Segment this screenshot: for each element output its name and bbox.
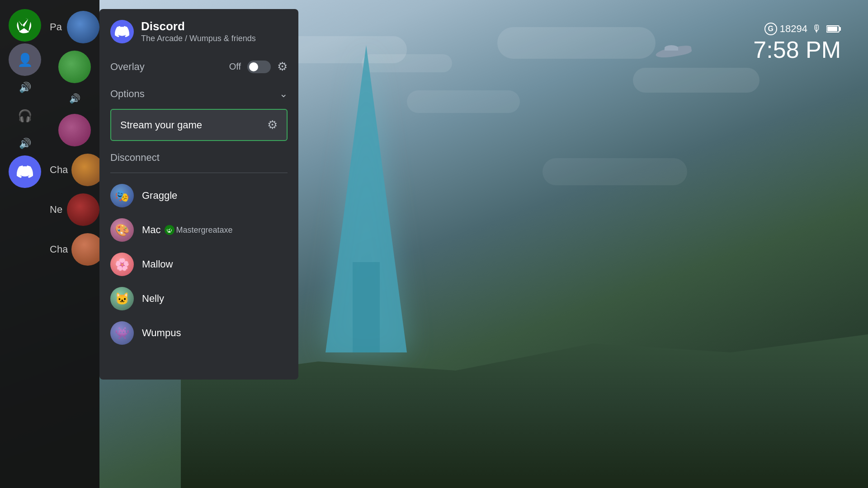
sidebar-item-audio[interactable]: 🎧 (9, 99, 41, 132)
sidebar-avatar-3 (58, 114, 91, 146)
sidebar-row-vol: 🔊 (50, 89, 99, 108)
sidebar-volume-icon: 🔊 (9, 78, 41, 98)
discord-header: Discord The Arcade / Wumpus & friends (99, 9, 298, 52)
overlay-state: Off (229, 61, 241, 72)
spaceship (656, 45, 696, 61)
xbox-icon (15, 16, 34, 35)
svg-rect-1 (827, 27, 837, 31)
battery-icon (826, 25, 841, 33)
member-name-mac: Mac (142, 224, 161, 236)
status-icons: G 18294 🎙 (753, 23, 841, 35)
discord-logo-icon (115, 24, 129, 39)
gamepass-letter-icon: G (764, 23, 777, 35)
sidebar-avatar-2 (58, 51, 91, 83)
member-item-mallow[interactable]: Mallow (110, 247, 288, 282)
member-avatar-wumpus (110, 321, 134, 345)
sidebar-label-cha1: Cha (50, 164, 68, 176)
xbox-small-icon (166, 227, 173, 233)
sidebar-row-pa: Pa (50, 9, 99, 45)
member-xbox-badge-mac: Mastergreataxe (165, 225, 233, 235)
member-info-graggle: Graggle (142, 190, 177, 202)
sidebar-row-cha2: Cha (50, 231, 99, 267)
sidebar-avatar-ne (67, 193, 99, 226)
stream-game-label: Stream your game (120, 119, 202, 131)
member-item-graggle[interactable]: Graggle (110, 178, 288, 213)
overlay-row: Overlay Off ⚙ (110, 52, 288, 81)
gamepass-indicator: G 18294 (764, 23, 807, 35)
stream-game-button[interactable]: Stream your game ⚙ (110, 109, 288, 141)
member-info-wumpus: Wumpus (142, 327, 181, 339)
discord-panel: Discord The Arcade / Wumpus & friends Ov… (99, 9, 298, 380)
member-gamertag-mac: Mastergreataxe (176, 225, 233, 235)
member-avatar-graggle (110, 184, 134, 207)
gamepass-count: 18294 (780, 23, 807, 35)
cloud-3 (497, 27, 656, 59)
sidebar-icon-column: 👤 🔊 🎧 🔊 (0, 0, 50, 488)
sidebar-item-profile[interactable]: 👤 (9, 43, 41, 76)
stream-settings-gear[interactable]: ⚙ (267, 118, 278, 132)
member-item-mac[interactable]: Mac Mastergreataxe (110, 213, 288, 247)
member-item-nelly[interactable]: Nelly (110, 282, 288, 316)
sidebar-row-ne: Ne (50, 192, 99, 228)
tower-landmark (316, 0, 416, 352)
microphone-icon: 🎙 (812, 23, 822, 35)
member-list-divider (110, 173, 288, 173)
cloud-5 (633, 68, 760, 93)
member-name-wumpus: Wumpus (142, 327, 181, 339)
xbox-badge-icon-mac (165, 225, 175, 235)
sidebar-item-xbox[interactable] (9, 9, 41, 42)
disconnect-label: Disconnect (110, 152, 160, 163)
overlay-toggle[interactable] (247, 61, 271, 73)
sidebar-volume-icon-2: 🔊 (9, 134, 41, 154)
disconnect-row[interactable]: Disconnect (110, 143, 288, 171)
member-name-nelly: Nelly (142, 293, 164, 305)
clock-display: 7:58 PM (753, 38, 841, 61)
sidebar-label-pa: Pa (50, 21, 63, 33)
sidebar-row-2 (50, 49, 99, 85)
member-item-wumpus[interactable]: Wumpus (110, 316, 288, 350)
member-name-mallow: Mallow (142, 258, 173, 270)
discord-small-icon (17, 164, 33, 180)
sidebar-row-cha1: Cha (50, 152, 99, 188)
discord-app-title: Discord (141, 20, 288, 33)
discord-content: Overlay Off ⚙ Options ⌄ Stream your game… (99, 52, 298, 380)
overlay-settings-gear[interactable]: ⚙ (277, 60, 288, 74)
discord-channel-subtitle: The Arcade / Wumpus & friends (141, 34, 288, 43)
options-chevron-icon: ⌄ (279, 88, 288, 100)
member-info-mac: Mac Mastergreataxe (142, 224, 233, 236)
options-label: Options (110, 88, 145, 100)
cloud-4 (407, 90, 520, 113)
sidebar-label-cha2: Cha (50, 244, 68, 255)
member-info-nelly: Nelly (142, 293, 164, 305)
xbox-sidebar: 👤 🔊 🎧 🔊 Pa (0, 0, 99, 488)
overlay-label: Overlay (110, 61, 145, 73)
cloud-6 (542, 158, 687, 185)
sidebar-row-4 (50, 112, 99, 148)
status-bar: G 18294 🎙 7:58 PM (753, 23, 841, 61)
member-name-graggle: Graggle (142, 190, 177, 202)
overlay-state-text: Off (229, 61, 241, 72)
sidebar-avatar-pa (67, 11, 99, 43)
member-info-mallow: Mallow (142, 258, 173, 270)
discord-logo (110, 20, 134, 43)
member-avatar-nelly (110, 287, 134, 310)
overlay-controls: Off ⚙ (229, 60, 288, 74)
svg-rect-2 (839, 27, 841, 31)
sidebar-avatar-column: Pa 🔊 Cha Ne Cha (50, 0, 99, 488)
sidebar-label-ne: Ne (50, 204, 63, 216)
member-avatar-mallow (110, 253, 134, 276)
member-avatar-mac (110, 218, 134, 242)
battery-svg (826, 25, 841, 33)
sidebar-item-discord[interactable] (9, 155, 41, 188)
discord-title-area: Discord The Arcade / Wumpus & friends (141, 20, 288, 43)
options-row[interactable]: Options ⌄ (110, 81, 288, 107)
